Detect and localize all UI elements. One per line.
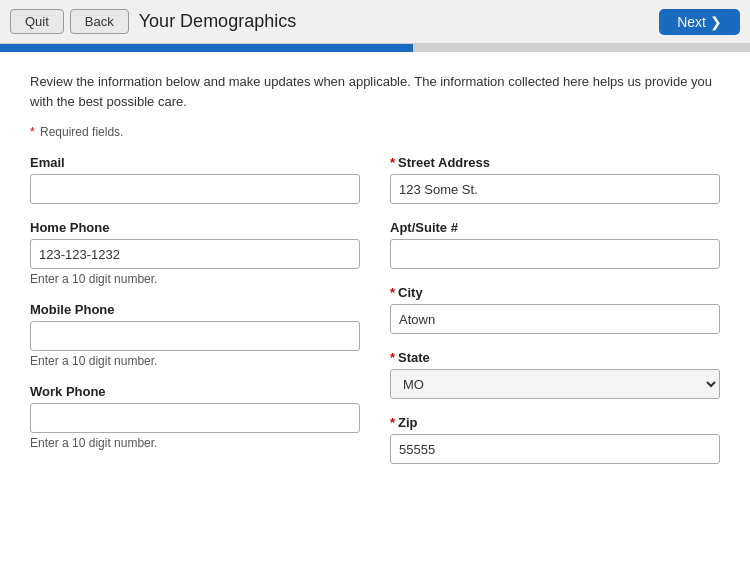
- required-note: * Required fields.: [30, 125, 720, 139]
- work-phone-hint: Enter a 10 digit number.: [30, 436, 360, 450]
- zip-group: *Zip: [390, 415, 720, 464]
- city-required-star: *: [390, 285, 395, 300]
- mobile-phone-group: Mobile Phone Enter a 10 digit number.: [30, 302, 360, 368]
- main-content: Review the information below and make up…: [0, 52, 750, 562]
- city-group: *City: [390, 285, 720, 334]
- page-title: Your Demographics: [139, 11, 659, 32]
- street-address-input[interactable]: [390, 174, 720, 204]
- next-label: Next: [677, 14, 706, 30]
- email-group: Email: [30, 155, 360, 204]
- mobile-phone-label: Mobile Phone: [30, 302, 360, 317]
- street-address-required-star: *: [390, 155, 395, 170]
- mobile-phone-input[interactable]: [30, 321, 360, 351]
- city-label: *City: [390, 285, 720, 300]
- right-column: *Street Address Apt/Suite # *City *State…: [390, 155, 720, 480]
- street-address-group: *Street Address: [390, 155, 720, 204]
- state-label: *State: [390, 350, 720, 365]
- work-phone-group: Work Phone Enter a 10 digit number.: [30, 384, 360, 450]
- apt-suite-group: Apt/Suite #: [390, 220, 720, 269]
- zip-required-star: *: [390, 415, 395, 430]
- zip-input[interactable]: [390, 434, 720, 464]
- email-input[interactable]: [30, 174, 360, 204]
- next-button[interactable]: Next ❯: [659, 9, 740, 35]
- header: Quit Back Your Demographics Next ❯: [0, 0, 750, 44]
- work-phone-input[interactable]: [30, 403, 360, 433]
- apt-suite-input[interactable]: [390, 239, 720, 269]
- chevron-right-icon: ❯: [710, 14, 722, 30]
- left-column: Email Home Phone Enter a 10 digit number…: [30, 155, 360, 480]
- mobile-phone-hint: Enter a 10 digit number.: [30, 354, 360, 368]
- home-phone-label: Home Phone: [30, 220, 360, 235]
- city-input[interactable]: [390, 304, 720, 334]
- home-phone-input[interactable]: [30, 239, 360, 269]
- state-required-star: *: [390, 350, 395, 365]
- zip-label: *Zip: [390, 415, 720, 430]
- state-group: *State ALAKAZARCACOCTDEFLGAHIIDILINIAKSK…: [390, 350, 720, 399]
- work-phone-label: Work Phone: [30, 384, 360, 399]
- form-columns: Email Home Phone Enter a 10 digit number…: [30, 155, 720, 480]
- progress-bar-fill: [0, 44, 413, 52]
- description-text: Review the information below and make up…: [30, 72, 720, 111]
- quit-button[interactable]: Quit: [10, 9, 64, 34]
- street-address-label: *Street Address: [390, 155, 720, 170]
- email-label: Email: [30, 155, 360, 170]
- required-asterisk: *: [30, 125, 35, 139]
- state-select[interactable]: ALAKAZARCACOCTDEFLGAHIIDILINIAKSKYLAMEMD…: [390, 369, 720, 399]
- home-phone-group: Home Phone Enter a 10 digit number.: [30, 220, 360, 286]
- home-phone-hint: Enter a 10 digit number.: [30, 272, 360, 286]
- back-button[interactable]: Back: [70, 9, 129, 34]
- progress-bar-container: [0, 44, 750, 52]
- apt-suite-label: Apt/Suite #: [390, 220, 720, 235]
